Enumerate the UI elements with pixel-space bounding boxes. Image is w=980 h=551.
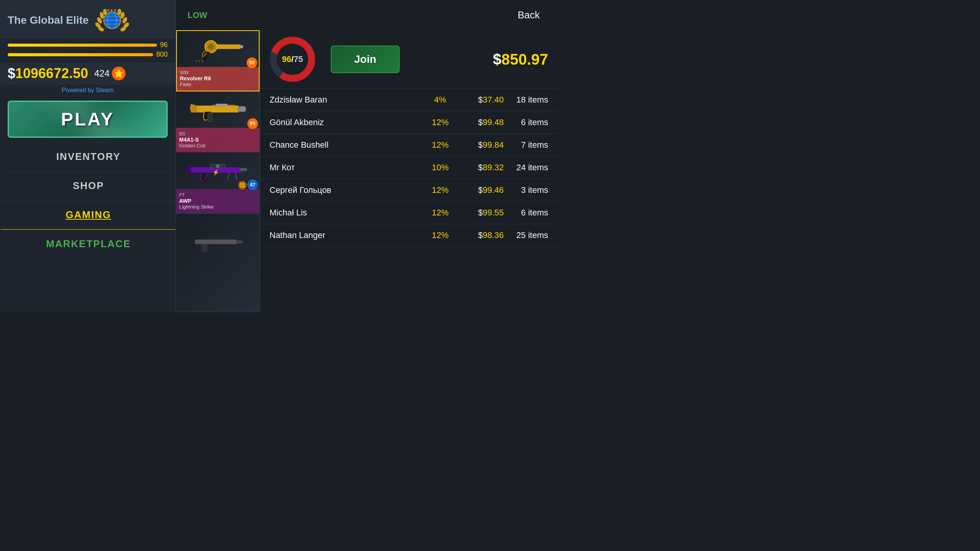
player-row[interactable]: Michał Lis 12% $99.55 6 items [260, 202, 557, 224]
svg-rect-38 [203, 244, 207, 252]
player-row[interactable]: Chance Bushell 12% $99.84 7 items [260, 134, 557, 156]
svg-rect-31 [240, 168, 247, 171]
right-panel: 96/75 Join $850.97 Zdzisław Baran 4% $37… [260, 30, 557, 312]
steam-brand: Steam [96, 87, 113, 93]
star-icon: ⭐ [112, 67, 126, 80]
weapon-name-revolver: Revolver R8 [180, 75, 256, 82]
player-name: Zdzisław Baran [270, 95, 423, 105]
player-value: $98.36 [458, 230, 504, 240]
shop-label: SHOP [73, 180, 104, 191]
svg-rect-37 [236, 240, 242, 243]
stars-count: 424 [94, 68, 109, 79]
player-row[interactable]: Сергей Гольцов 12% $99.46 3 items [260, 179, 557, 202]
player-dollar: $ [478, 230, 483, 240]
player-value: $37.40 [458, 95, 504, 105]
svg-text:★★★: ★★★ [106, 8, 117, 12]
gaming-label: GAMING [66, 209, 111, 220]
play-button[interactable]: PLAY [8, 101, 168, 138]
svg-point-30 [216, 165, 219, 168]
player-percent: 4% [429, 95, 452, 105]
svg-rect-26 [216, 104, 227, 106]
pot-value: $850.97 [493, 51, 548, 68]
m4a1-icon [189, 94, 247, 125]
sidebar-item-inventory[interactable]: INVENTORY [0, 142, 175, 171]
rank-name: The Global Elite [8, 15, 89, 26]
svg-line-35 [235, 173, 237, 179]
svg-point-12 [118, 9, 121, 15]
main-content: LOW Back [176, 0, 557, 312]
player-items: 18 items [510, 95, 548, 105]
player-dollar: $ [478, 185, 483, 195]
weapon-info-awp: FT AWP Lightning Strike [179, 192, 256, 210]
sidebar: The Global Elite [0, 0, 176, 312]
player-name: Mr Кот [270, 163, 423, 173]
sidebar-item-marketplace[interactable]: MARKETPLACE [0, 230, 175, 259]
weapon-card-awp[interactable]: ⚡ FT AWP Lightning Strike [176, 153, 260, 214]
nav-items: INVENTORY SHOP GAMING MARKETPLACE [0, 142, 175, 259]
join-button[interactable]: Join [331, 46, 400, 73]
sidebar-item-gaming[interactable]: GAMING [0, 201, 175, 230]
player-items: 24 items [510, 163, 548, 173]
xp-bar-fill-bottom [8, 53, 153, 56]
pot-dollar: $ [493, 51, 501, 68]
weapon-info-revolver: WW Revolver R8 Fade [180, 70, 256, 87]
player-items: 6 items [510, 117, 548, 127]
back-button[interactable]: Back [511, 6, 546, 24]
player-value: $99.46 [458, 185, 504, 195]
marketplace-label: MARKETPLACE [46, 238, 131, 249]
inventory-label: INVENTORY [56, 151, 121, 162]
player-name: Michał Lis [270, 208, 423, 218]
player-name: Chance Bushell [270, 140, 423, 150]
player-items: 25 items [510, 230, 548, 240]
count-max: 75 [294, 54, 303, 64]
svg-rect-19 [240, 45, 243, 48]
player-list: Zdzisław Baran 4% $37.40 18 items Gönül … [260, 89, 557, 312]
xp-label-top: 96 [160, 41, 168, 49]
dollar-sign: $ [8, 65, 15, 81]
weapon-card-revolver[interactable]: ✦✦✦ WW Revolver R8 Fade 50 [176, 30, 260, 91]
pot-amount: 850.97 [501, 51, 548, 68]
weapon-name-m4a1: M4A1-S [179, 137, 256, 143]
status-label: LOW [188, 10, 207, 20]
top-header: LOW Back [176, 0, 557, 30]
weapon-name-awp: AWP [179, 198, 256, 204]
stattrak-badge: StatTrak [238, 181, 247, 189]
player-items: 7 items [510, 140, 548, 150]
svg-rect-29 [216, 163, 220, 164]
svg-rect-16 [214, 44, 241, 49]
weapon-img-extra [176, 214, 260, 272]
xp-bar-fill-top [8, 44, 157, 47]
player-row[interactable]: Mr Кот 10% $89.32 24 items [260, 156, 557, 179]
player-row[interactable]: Gönül Akbeniz 12% $99.48 6 items [260, 111, 557, 134]
svg-rect-23 [238, 106, 246, 112]
player-items: 3 items [510, 185, 548, 195]
player-name: Gönül Akbeniz [270, 117, 423, 127]
weapon-info-m4a1: BS M4A1-S Golden Coil [179, 131, 256, 148]
player-percent: 12% [429, 140, 452, 150]
join-label: Join [354, 53, 376, 65]
content-body: ✦✦✦ WW Revolver R8 Fade 50 [176, 30, 557, 312]
rank-text: The Global Elite [8, 15, 89, 26]
player-row[interactable]: Nathan Langer 12% $98.36 25 items [260, 224, 557, 247]
svg-text:✦✦✦: ✦✦✦ [195, 59, 204, 63]
player-percent: 10% [429, 163, 452, 173]
player-row[interactable]: Zdzisław Baran 4% $37.40 18 items [260, 89, 557, 111]
stattrak-text: StatTrak [240, 183, 245, 188]
svg-rect-25 [207, 112, 213, 122]
player-value: $99.55 [458, 208, 504, 218]
stars-row: 424 ⭐ [94, 67, 126, 80]
player-dollar: $ [478, 117, 483, 127]
weapon-card-info-revolver: WW Revolver R8 Fade [177, 67, 259, 91]
sidebar-item-shop[interactable]: SHOP [0, 171, 175, 201]
xp-bars: 96 800 [8, 39, 168, 62]
player-value: $89.32 [458, 163, 504, 173]
weapon-card-extra[interactable] [176, 214, 260, 312]
weapon-count-revolver: 50 [247, 57, 257, 68]
weapon-card-m4a1[interactable]: BS M4A1-S Golden Coil 95 [176, 91, 260, 153]
svg-line-34 [227, 173, 229, 179]
player-items: 6 items [510, 208, 548, 218]
weapon-count-m4a1: 95 [247, 118, 258, 129]
powered-by-prefix: Powered by [62, 87, 94, 93]
xp-bar-top [8, 44, 157, 47]
player-count-chart: 96/75 [270, 36, 315, 82]
